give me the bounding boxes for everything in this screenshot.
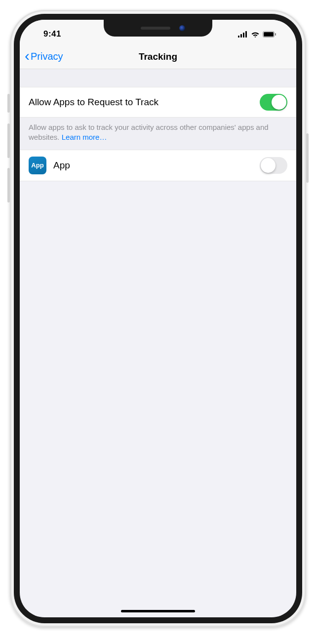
app-row: App App xyxy=(20,150,296,181)
toggle-knob xyxy=(261,158,276,173)
home-indicator[interactable] xyxy=(121,610,195,612)
svg-rect-3 xyxy=(245,31,247,38)
back-button[interactable]: ‹ Privacy xyxy=(20,49,63,64)
battery-icon xyxy=(263,31,276,38)
app-icon-text: App xyxy=(31,161,43,169)
svg-rect-0 xyxy=(238,36,239,38)
notch xyxy=(104,20,212,37)
app-name-label: App xyxy=(53,160,70,171)
mute-switch xyxy=(7,94,10,113)
cellular-icon xyxy=(238,31,248,38)
toggle-knob xyxy=(272,95,286,110)
allow-tracking-row: Allow Apps to Request to Track xyxy=(20,87,296,118)
allow-tracking-label: Allow Apps to Request to Track xyxy=(29,97,158,108)
chevron-left-icon: ‹ xyxy=(25,47,30,64)
app-icon: App xyxy=(29,157,46,174)
section-footer: Allow apps to ask to track your activity… xyxy=(20,118,296,150)
svg-rect-1 xyxy=(240,34,242,38)
app-tracking-toggle[interactable] xyxy=(260,157,287,174)
svg-rect-5 xyxy=(264,32,274,37)
svg-rect-6 xyxy=(275,33,276,36)
back-label: Privacy xyxy=(31,51,63,62)
learn-more-link[interactable]: Learn more… xyxy=(62,133,107,141)
allow-tracking-toggle[interactable] xyxy=(260,94,287,111)
speaker-grille xyxy=(141,27,170,30)
power-button xyxy=(306,133,309,183)
front-camera xyxy=(179,25,185,31)
device-frame: 9:41 ‹ Privacy T xyxy=(10,10,306,627)
svg-rect-2 xyxy=(243,33,244,38)
status-time: 9:41 xyxy=(35,29,61,39)
screen: 9:41 ‹ Privacy T xyxy=(20,20,296,617)
wifi-icon xyxy=(251,31,260,38)
volume-up-button xyxy=(7,123,10,158)
content-area: Allow Apps to Request to Track Allow app… xyxy=(20,69,296,181)
volume-down-button xyxy=(7,168,10,202)
status-icons xyxy=(238,31,281,38)
